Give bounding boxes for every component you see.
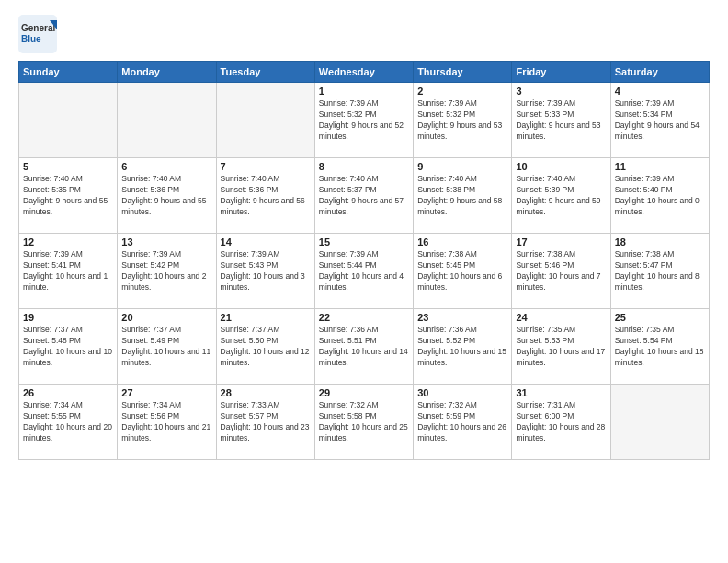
day-number: 31 (516, 387, 606, 398)
day-number: 2 (417, 86, 507, 97)
calendar-cell: 11Sunrise: 7:39 AMSunset: 5:40 PMDayligh… (610, 158, 709, 234)
calendar-table: SundayMondayTuesdayWednesdayThursdayFrid… (18, 61, 710, 460)
calendar-cell: 20Sunrise: 7:37 AMSunset: 5:49 PMDayligh… (118, 309, 216, 385)
day-info: Sunrise: 7:32 AMSunset: 5:58 PMDaylight:… (319, 400, 409, 444)
calendar-cell: 24Sunrise: 7:35 AMSunset: 5:53 PMDayligh… (512, 309, 610, 385)
svg-text:General: General (21, 23, 55, 33)
day-info: Sunrise: 7:39 AMSunset: 5:41 PMDaylight:… (23, 249, 113, 293)
day-info: Sunrise: 7:39 AMSunset: 5:42 PMDaylight:… (121, 249, 211, 293)
calendar-cell: 10Sunrise: 7:40 AMSunset: 5:39 PMDayligh… (512, 158, 610, 234)
day-info: Sunrise: 7:35 AMSunset: 5:54 PMDaylight:… (615, 325, 705, 369)
calendar-cell: 30Sunrise: 7:32 AMSunset: 5:59 PMDayligh… (414, 385, 512, 460)
day-number: 24 (516, 312, 606, 323)
logo: General Blue (18, 15, 57, 53)
day-number: 4 (615, 86, 705, 97)
day-info: Sunrise: 7:38 AMSunset: 5:46 PMDaylight:… (516, 249, 606, 293)
day-info: Sunrise: 7:39 AMSunset: 5:40 PMDaylight:… (615, 174, 705, 218)
day-header-wednesday: Wednesday (314, 62, 413, 83)
day-number: 28 (221, 387, 311, 398)
day-info: Sunrise: 7:36 AMSunset: 5:52 PMDaylight:… (417, 325, 507, 369)
calendar-cell (19, 83, 118, 158)
calendar-cell: 8Sunrise: 7:40 AMSunset: 5:37 PMDaylight… (314, 158, 413, 234)
logo-svg: General Blue (18, 15, 57, 53)
day-number: 20 (121, 312, 211, 323)
day-info: Sunrise: 7:39 AMSunset: 5:44 PMDaylight:… (319, 249, 409, 293)
day-number: 1 (319, 86, 409, 97)
day-number: 3 (516, 86, 606, 97)
calendar-cell: 25Sunrise: 7:35 AMSunset: 5:54 PMDayligh… (610, 309, 709, 385)
day-number: 19 (23, 312, 113, 323)
calendar-cell: 31Sunrise: 7:31 AMSunset: 6:00 PMDayligh… (512, 385, 610, 460)
day-header-saturday: Saturday (610, 62, 709, 83)
calendar-cell: 23Sunrise: 7:36 AMSunset: 5:52 PMDayligh… (414, 309, 512, 385)
day-number: 22 (319, 312, 409, 323)
day-header-sunday: Sunday (19, 62, 118, 83)
day-number: 23 (417, 312, 507, 323)
day-number: 29 (319, 387, 409, 398)
day-info: Sunrise: 7:35 AMSunset: 5:53 PMDaylight:… (516, 325, 606, 369)
calendar-week-0: 1Sunrise: 7:39 AMSunset: 5:32 PMDaylight… (19, 83, 710, 158)
calendar-cell: 1Sunrise: 7:39 AMSunset: 5:32 PMDaylight… (314, 83, 413, 158)
day-info: Sunrise: 7:32 AMSunset: 5:59 PMDaylight:… (417, 400, 507, 444)
day-number: 25 (615, 312, 705, 323)
day-number: 21 (221, 312, 311, 323)
day-info: Sunrise: 7:40 AMSunset: 5:35 PMDaylight:… (23, 174, 113, 218)
calendar-cell: 6Sunrise: 7:40 AMSunset: 5:36 PMDaylight… (118, 158, 216, 234)
day-header-tuesday: Tuesday (216, 62, 314, 83)
header: General Blue (18, 15, 710, 53)
day-number: 16 (417, 236, 507, 247)
calendar-week-4: 26Sunrise: 7:34 AMSunset: 5:55 PMDayligh… (19, 385, 710, 460)
calendar-cell: 16Sunrise: 7:38 AMSunset: 5:45 PMDayligh… (414, 234, 512, 309)
day-number: 10 (516, 161, 606, 172)
day-number: 15 (319, 236, 409, 247)
day-info: Sunrise: 7:38 AMSunset: 5:47 PMDaylight:… (615, 249, 705, 293)
day-info: Sunrise: 7:39 AMSunset: 5:43 PMDaylight:… (221, 249, 311, 293)
day-number: 11 (615, 161, 705, 172)
day-number: 18 (615, 236, 705, 247)
day-info: Sunrise: 7:39 AMSunset: 5:34 PMDaylight:… (615, 98, 705, 143)
day-info: Sunrise: 7:40 AMSunset: 5:39 PMDaylight:… (516, 174, 606, 218)
calendar-cell: 14Sunrise: 7:39 AMSunset: 5:43 PMDayligh… (216, 234, 314, 309)
day-number: 26 (23, 387, 113, 398)
calendar-week-3: 19Sunrise: 7:37 AMSunset: 5:48 PMDayligh… (19, 309, 710, 385)
day-info: Sunrise: 7:34 AMSunset: 5:56 PMDaylight:… (121, 400, 211, 444)
day-number: 9 (417, 161, 507, 172)
day-info: Sunrise: 7:37 AMSunset: 5:48 PMDaylight:… (23, 325, 113, 369)
calendar-week-2: 12Sunrise: 7:39 AMSunset: 5:41 PMDayligh… (19, 234, 710, 309)
day-number: 6 (121, 161, 211, 172)
calendar-cell (610, 385, 709, 460)
day-number: 12 (23, 236, 113, 247)
day-header-thursday: Thursday (414, 62, 512, 83)
day-info: Sunrise: 7:37 AMSunset: 5:50 PMDaylight:… (221, 325, 311, 369)
calendar-cell: 28Sunrise: 7:33 AMSunset: 5:57 PMDayligh… (216, 385, 314, 460)
calendar-cell: 29Sunrise: 7:32 AMSunset: 5:58 PMDayligh… (314, 385, 413, 460)
day-info: Sunrise: 7:33 AMSunset: 5:57 PMDaylight:… (221, 400, 311, 444)
day-number: 8 (319, 161, 409, 172)
calendar-cell: 26Sunrise: 7:34 AMSunset: 5:55 PMDayligh… (19, 385, 118, 460)
calendar-cell (118, 83, 216, 158)
day-info: Sunrise: 7:34 AMSunset: 5:55 PMDaylight:… (23, 400, 113, 444)
calendar-cell: 19Sunrise: 7:37 AMSunset: 5:48 PMDayligh… (19, 309, 118, 385)
calendar-cell: 21Sunrise: 7:37 AMSunset: 5:50 PMDayligh… (216, 309, 314, 385)
day-info: Sunrise: 7:39 AMSunset: 5:32 PMDaylight:… (417, 98, 507, 143)
calendar-cell (216, 83, 314, 158)
day-info: Sunrise: 7:31 AMSunset: 6:00 PMDaylight:… (516, 400, 606, 444)
calendar-cell: 5Sunrise: 7:40 AMSunset: 5:35 PMDaylight… (19, 158, 118, 234)
calendar-cell: 22Sunrise: 7:36 AMSunset: 5:51 PMDayligh… (314, 309, 413, 385)
calendar-cell: 9Sunrise: 7:40 AMSunset: 5:38 PMDaylight… (414, 158, 512, 234)
day-number: 5 (23, 161, 113, 172)
day-number: 30 (417, 387, 507, 398)
day-header-friday: Friday (512, 62, 610, 83)
svg-text:Blue: Blue (21, 34, 41, 44)
day-number: 13 (121, 236, 211, 247)
day-number: 7 (221, 161, 311, 172)
day-info: Sunrise: 7:39 AMSunset: 5:33 PMDaylight:… (516, 98, 606, 143)
calendar-cell: 4Sunrise: 7:39 AMSunset: 5:34 PMDaylight… (610, 83, 709, 158)
day-info: Sunrise: 7:40 AMSunset: 5:36 PMDaylight:… (121, 174, 211, 218)
day-info: Sunrise: 7:39 AMSunset: 5:32 PMDaylight:… (319, 98, 409, 143)
calendar-cell: 13Sunrise: 7:39 AMSunset: 5:42 PMDayligh… (118, 234, 216, 309)
day-info: Sunrise: 7:40 AMSunset: 5:37 PMDaylight:… (319, 174, 409, 218)
calendar-cell: 7Sunrise: 7:40 AMSunset: 5:36 PMDaylight… (216, 158, 314, 234)
day-number: 17 (516, 236, 606, 247)
day-info: Sunrise: 7:37 AMSunset: 5:49 PMDaylight:… (121, 325, 211, 369)
